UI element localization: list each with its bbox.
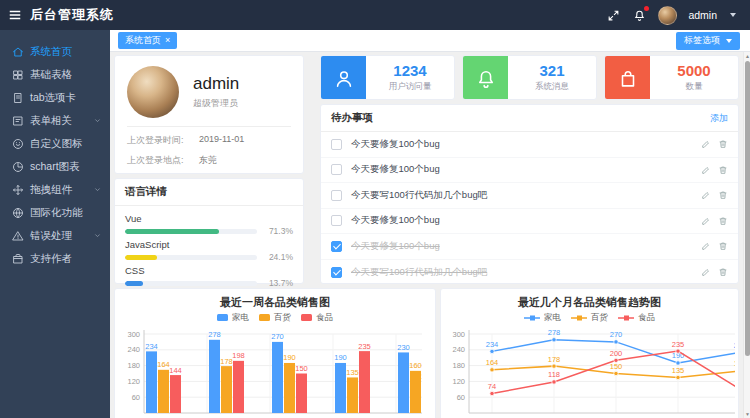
chevron-down-icon[interactable] bbox=[730, 13, 736, 17]
edit-icon[interactable] bbox=[701, 190, 711, 200]
stat-info: 5000数量 bbox=[650, 56, 738, 99]
table-icon bbox=[12, 69, 24, 81]
avatar[interactable] bbox=[658, 6, 677, 25]
svg-text:144: 144 bbox=[169, 366, 182, 375]
delete-icon[interactable] bbox=[718, 241, 728, 251]
edit-icon[interactable] bbox=[701, 216, 711, 226]
sidebar-item-chart[interactable]: schart图表 bbox=[0, 155, 110, 178]
drag-icon bbox=[12, 184, 24, 196]
delete-icon[interactable] bbox=[718, 267, 728, 277]
sidebar-item-error[interactable]: 错误处理 bbox=[0, 224, 110, 247]
sidebar-item-tabs[interactable]: tab选项卡 bbox=[0, 86, 110, 109]
svg-text:230: 230 bbox=[397, 343, 410, 352]
todo-checkbox[interactable] bbox=[331, 139, 342, 150]
todo-checkbox[interactable] bbox=[331, 190, 342, 201]
language-row: JavaScript24.1% bbox=[125, 239, 293, 262]
svg-text:278: 278 bbox=[548, 328, 561, 337]
delete-icon[interactable] bbox=[718, 216, 728, 226]
stat-info: 321系统消息 bbox=[508, 56, 596, 99]
svg-text:150: 150 bbox=[610, 362, 623, 371]
username[interactable]: admin bbox=[688, 9, 717, 21]
sidebar-item-home[interactable]: 系统首页 bbox=[0, 40, 110, 63]
chevron-down-icon bbox=[93, 116, 102, 125]
todo-text: 今天要写100行代码加几个bug吧 bbox=[351, 189, 487, 202]
svg-text:235: 235 bbox=[672, 340, 685, 349]
smiley-icon bbox=[12, 138, 24, 150]
fullscreen-icon[interactable] bbox=[606, 8, 621, 23]
sidebar-item-icons[interactable]: 自定义图标 bbox=[0, 132, 110, 155]
tabs-icon bbox=[12, 92, 24, 104]
shopping-bag-icon bbox=[617, 68, 639, 90]
stat-label: 数量 bbox=[686, 81, 703, 93]
stat-card: 1234用户访问量 bbox=[320, 55, 455, 100]
svg-text:190: 190 bbox=[283, 353, 296, 362]
stat-value: 5000 bbox=[677, 62, 710, 79]
legend-label: 家电 bbox=[544, 312, 561, 324]
todo-text: 今天要修复100个bug bbox=[351, 163, 440, 176]
legend-item: 百货 bbox=[259, 312, 291, 324]
tag-options-button[interactable]: 标签选项 bbox=[676, 32, 740, 50]
legend-item: 家电 bbox=[524, 312, 561, 324]
legend-swatch bbox=[301, 314, 312, 321]
sidebar-item-label: 拖拽组件 bbox=[30, 183, 72, 197]
edit-icon[interactable] bbox=[701, 267, 711, 277]
scroll-up-icon[interactable]: ▲ bbox=[744, 52, 750, 60]
delete-icon[interactable] bbox=[718, 139, 728, 149]
sidebar-item-form[interactable]: 表单相关 bbox=[0, 109, 110, 132]
smiley-icon bbox=[12, 138, 24, 150]
todo-add-button[interactable]: 添加 bbox=[710, 112, 728, 125]
bell-icon[interactable] bbox=[632, 8, 647, 23]
svg-text:178: 178 bbox=[548, 355, 561, 364]
stat-card: 321系统消息 bbox=[462, 55, 597, 100]
todo-actions bbox=[701, 190, 728, 200]
sidebar-item-drag[interactable]: 拖拽组件 bbox=[0, 178, 110, 201]
todo-actions bbox=[701, 216, 728, 226]
svg-text:120: 120 bbox=[127, 377, 140, 386]
svg-text:198: 198 bbox=[232, 351, 245, 360]
sidebar-item-i18n[interactable]: 国际化功能 bbox=[0, 201, 110, 224]
profile-role: 超级管理员 bbox=[193, 97, 239, 110]
globe-icon bbox=[12, 207, 24, 219]
sidebar-item-table[interactable]: 基础表格 bbox=[0, 63, 110, 86]
sidebar-item-donate[interactable]: 支持作者 bbox=[0, 247, 110, 270]
chevron-down-icon bbox=[93, 116, 102, 125]
svg-text:120: 120 bbox=[421, 372, 422, 381]
todo-text: 今天要写100行代码加几个bug吧 bbox=[351, 266, 487, 279]
profile-field-label: 上次登录地点: bbox=[127, 154, 199, 167]
delete-icon[interactable] bbox=[718, 190, 728, 200]
todo-text: 今天要修复100个bug bbox=[351, 240, 440, 253]
svg-text:300: 300 bbox=[452, 330, 465, 339]
bell-icon bbox=[463, 56, 508, 100]
chart-icon bbox=[12, 161, 24, 173]
todo-checkbox[interactable] bbox=[331, 215, 342, 226]
legend-swatch bbox=[259, 314, 270, 321]
home-icon bbox=[12, 46, 24, 58]
hamburger-icon[interactable] bbox=[0, 0, 30, 30]
close-icon[interactable]: × bbox=[165, 36, 170, 45]
svg-text:150: 150 bbox=[295, 364, 308, 373]
svg-text:300: 300 bbox=[127, 330, 140, 339]
tab-home[interactable]: 系统首页 × bbox=[118, 32, 177, 49]
todo-checkbox[interactable] bbox=[331, 164, 342, 175]
line-chart-legend: 家电百货食品 bbox=[446, 311, 733, 324]
edit-icon[interactable] bbox=[701, 165, 711, 175]
language-name: CSS bbox=[125, 265, 293, 276]
form-icon bbox=[12, 115, 24, 127]
scrollbar-thumb[interactable] bbox=[745, 61, 750, 356]
svg-text:164: 164 bbox=[486, 358, 499, 367]
profile-field-value: 2019-11-01 bbox=[199, 134, 244, 147]
scroll-down-icon[interactable]: ▼ bbox=[744, 410, 750, 418]
profile-field: 上次登录时间:2019-11-01 bbox=[127, 134, 291, 147]
todo-checkbox[interactable] bbox=[331, 241, 342, 252]
vertical-scrollbar[interactable]: ▲ ▼ bbox=[743, 52, 750, 418]
edit-icon[interactable] bbox=[701, 241, 711, 251]
legend-label: 百货 bbox=[591, 312, 608, 324]
delete-icon[interactable] bbox=[718, 165, 728, 175]
todo-checkbox[interactable] bbox=[331, 267, 342, 278]
legend-line-marker bbox=[618, 314, 634, 322]
todo-actions bbox=[701, 241, 728, 251]
svg-text:234: 234 bbox=[145, 342, 158, 351]
language-name: JavaScript bbox=[125, 239, 293, 250]
svg-text:160: 160 bbox=[734, 359, 735, 368]
edit-icon[interactable] bbox=[701, 139, 711, 149]
